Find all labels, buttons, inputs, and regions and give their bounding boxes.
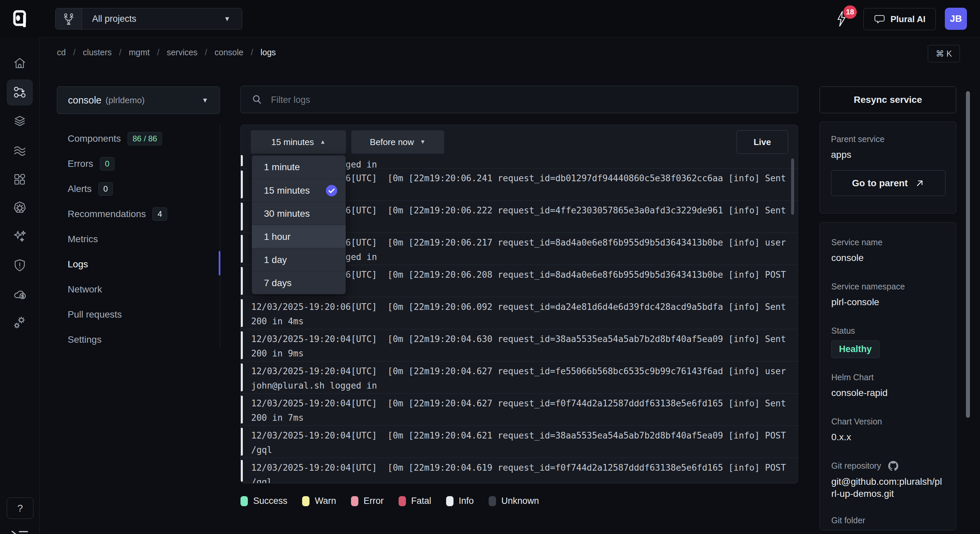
log-row[interactable]: 12/03/2025-19:20:04[UTC] [0m [22m19:20:0… <box>241 362 798 394</box>
severity-legend: Success Warn Error Fatal Info Unknown <box>240 496 539 506</box>
recommendations-count-badge: 4 <box>153 207 167 221</box>
log-row[interactable]: 12/03/2025-19:20:06[UTC] [0m [22m19:20:0… <box>241 297 798 329</box>
plural-logo-icon[interactable] <box>13 10 29 27</box>
legend-item-fatal: Fatal <box>399 496 431 506</box>
time-anchor-button[interactable]: Before now ▼ <box>352 130 444 154</box>
arrow-up-right-icon <box>915 179 924 188</box>
breadcrumb-item[interactable]: mgmt <box>129 48 150 57</box>
legend-item-error: Error <box>351 496 384 506</box>
kubernetes-icon[interactable] <box>7 195 33 221</box>
log-scrollbar[interactable] <box>791 158 794 215</box>
status-value: Healthy <box>839 344 872 354</box>
service-details-card: Service name console Service namespace p… <box>819 222 956 530</box>
breadcrumb-item[interactable]: clusters <box>83 48 111 57</box>
help-button[interactable]: ? <box>7 497 33 519</box>
breadcrumb-separator: / <box>119 48 122 57</box>
dropdown-option-1-hour[interactable]: 1 hour <box>252 225 346 248</box>
log-level-indicator-info <box>241 331 243 359</box>
sidebar-item-logs[interactable]: Logs <box>68 252 212 277</box>
project-selector[interactable]: All projects ▼ <box>55 8 242 29</box>
command-palette-shortcut[interactable]: ⌘ K <box>928 45 960 62</box>
breadcrumb-item[interactable]: cd <box>57 48 66 57</box>
service-selector[interactable]: console (plrldemo) ▼ <box>57 86 220 114</box>
filter-logs-input[interactable] <box>270 86 788 113</box>
plural-ai-button[interactable]: Plural AI <box>864 8 936 30</box>
sidebar-item-metrics[interactable]: Metrics <box>68 226 212 252</box>
chart-version-value: 0.x.x <box>831 431 945 443</box>
page-scrollbar[interactable] <box>966 91 970 418</box>
legend-label: Success <box>253 496 287 506</box>
log-level-indicator-info <box>241 267 243 295</box>
chevron-down-icon: ▼ <box>224 15 231 23</box>
service-namespace-label: Service namespace <box>831 281 945 292</box>
breadcrumb-separator: / <box>251 48 253 57</box>
sidebar-item-settings[interactable]: Settings <box>68 327 212 352</box>
stacks-icon[interactable] <box>7 108 33 135</box>
user-avatar[interactable]: JB <box>945 8 967 30</box>
success-swatch <box>240 496 248 506</box>
dropdown-option-15-minutes[interactable]: 15 minutes <box>252 179 346 202</box>
menu-divider <box>220 124 220 348</box>
breadcrumb-item[interactable]: services <box>167 48 197 57</box>
sidebar-item-recommendations[interactable]: Recommendations 4 <box>68 201 212 226</box>
log-level-indicator-info <box>241 299 243 327</box>
errors-count-badge: 0 <box>100 157 114 171</box>
ai-sparkles-icon[interactable] <box>7 223 33 249</box>
resync-service-button[interactable]: Resync service <box>819 86 956 113</box>
sidebar-item-errors[interactable]: Errors 0 <box>68 151 212 176</box>
log-row[interactable]: 12/03/2025-19:20:04[UTC] [0m [22m19:20:0… <box>241 426 798 458</box>
chart-version-label: Chart Version <box>831 416 945 426</box>
log-row[interactable]: 12/03/2025-19:20:04[UTC] [0m [22m19:20:0… <box>241 329 798 362</box>
sidebar-item-label: Recommendations <box>68 209 146 220</box>
dropdown-option-1-minute[interactable]: 1 minute <box>252 155 346 179</box>
fatal-swatch <box>399 496 406 506</box>
blueprints-icon[interactable] <box>7 166 33 192</box>
sidebar-item-label: Errors <box>68 158 93 169</box>
settings-gears-icon[interactable] <box>7 309 33 336</box>
home-icon[interactable] <box>7 50 33 77</box>
legend-item-unknown: Unknown <box>488 496 539 506</box>
unknown-swatch <box>488 496 496 506</box>
sidebar-item-components[interactable]: Components 86 / 86 <box>68 126 212 151</box>
go-to-parent-button[interactable]: Go to parent <box>831 170 945 196</box>
sidebar-item-alerts[interactable]: Alerts 0 <box>68 176 212 201</box>
project-selector-label: All projects <box>92 14 136 24</box>
log-filter <box>240 86 798 113</box>
log-row[interactable]: 12/03/2025-19:20:04[UTC] [0m [22m19:20:0… <box>241 458 798 483</box>
log-row[interactable]: 12/03/2025-19:20:04[UTC] [0m [22m19:20:0… <box>241 394 798 426</box>
helm-chart-value: console-rapid <box>831 387 945 399</box>
log-level-indicator-info <box>241 363 243 391</box>
live-label: Live <box>754 137 771 147</box>
dropdown-option-30-minutes[interactable]: 30 minutes <box>252 202 346 225</box>
log-level-indicator-info <box>241 171 243 198</box>
dropdown-option-1-day[interactable]: 1 day <box>252 248 346 271</box>
legend-label: Info <box>459 496 474 506</box>
notification-count-badge: 18 <box>843 5 857 19</box>
security-shield-icon[interactable] <box>7 252 33 278</box>
org-hierarchy-icon <box>56 8 82 29</box>
time-range-button[interactable]: 15 minutes ▲ <box>251 130 346 154</box>
info-swatch <box>446 496 453 506</box>
continuous-deployment-icon[interactable] <box>7 80 33 105</box>
parent-service-card: Parent service apps Go to parent <box>819 122 956 214</box>
breadcrumb-separator: / <box>205 48 207 57</box>
flows-icon[interactable] <box>7 138 33 164</box>
parent-service-label: Parent service <box>831 134 945 144</box>
legend-item-info: Info <box>446 496 474 506</box>
dropdown-option-label: 15 minutes <box>264 185 310 196</box>
breadcrumb-item[interactable]: console <box>215 48 243 57</box>
cost-management-icon[interactable] <box>7 281 33 307</box>
time-range-label: 15 minutes <box>271 137 314 147</box>
sidebar-item-label: Pull requests <box>68 309 122 320</box>
sidebar-item-label: Components <box>68 133 121 144</box>
avatar-initials: JB <box>950 13 962 24</box>
live-toggle-button[interactable]: Live <box>737 130 788 154</box>
sidebar-item-pull-requests[interactable]: Pull requests <box>68 302 212 327</box>
legend-item-success: Success <box>240 496 287 506</box>
dropdown-option-7-days[interactable]: 7 days <box>252 271 346 294</box>
notifications-button[interactable]: 18 <box>834 10 858 33</box>
terminal-icon[interactable] <box>10 527 30 534</box>
sidebar-item-network[interactable]: Network <box>68 277 212 302</box>
sidebar-item-label: Settings <box>68 334 102 345</box>
log-level-indicator-info <box>241 203 243 231</box>
